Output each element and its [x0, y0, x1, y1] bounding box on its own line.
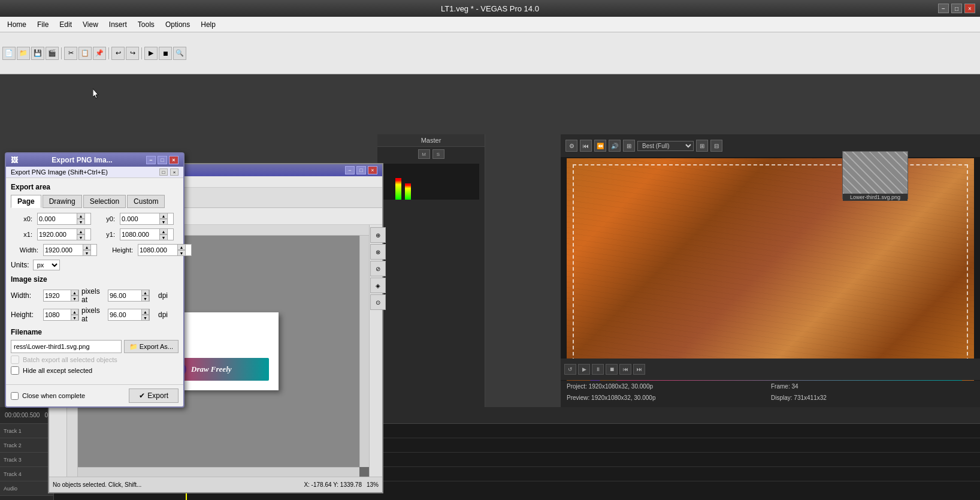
vegas-vol-btn[interactable]: 🔊 [609, 140, 621, 152]
export-dialog-restore[interactable]: □ [158, 156, 167, 164]
vegas-grid-btn[interactable]: ⊞ [696, 140, 708, 152]
width-input[interactable] [44, 245, 83, 255]
solo-btn[interactable]: S [432, 149, 444, 159]
img-height-input[interactable] [44, 309, 71, 320]
dpi-h-down[interactable]: ▼ [141, 315, 149, 321]
transport-stop[interactable]: ⏹ [606, 364, 618, 375]
tb-stop[interactable]: ⏹ [159, 47, 172, 60]
img-height-down[interactable]: ▼ [71, 315, 78, 321]
menu-insert[interactable]: Insert [104, 19, 132, 30]
y0-down[interactable]: ▼ [159, 219, 168, 225]
ink-right-tool-3[interactable]: ⊘ [370, 261, 386, 276]
transport-loop[interactable]: ↺ [564, 364, 576, 375]
dpi-w-up[interactable]: ▲ [141, 290, 149, 296]
vegas-expand-btn[interactable]: ⊞ [623, 140, 635, 152]
close-when-complete-checkbox[interactable] [11, 392, 19, 400]
ink-right-tool-1[interactable]: ⊕ [370, 227, 386, 243]
minimize-btn[interactable]: − [938, 4, 949, 13]
tb-undo[interactable]: ↩ [111, 47, 125, 60]
y0-up[interactable]: ▲ [159, 213, 168, 219]
maximize-btn[interactable]: □ [951, 4, 962, 13]
menu-tools[interactable]: Tools [133, 19, 159, 30]
vegas-prev-btn[interactable]: ⏮ [580, 140, 592, 152]
dpi-w-down[interactable]: ▼ [141, 296, 149, 302]
batch-export-checkbox[interactable] [11, 356, 19, 364]
height-down[interactable]: ▼ [177, 250, 186, 256]
units-select[interactable]: px mm in [33, 260, 60, 270]
dpi-h-up[interactable]: ▲ [141, 309, 149, 315]
transport-play[interactable]: ▶ [578, 364, 590, 375]
tb-redo[interactable]: ↪ [126, 47, 139, 60]
subtitle-btn-1[interactable]: □ [159, 168, 168, 176]
tb-play[interactable]: ▶ [144, 47, 158, 60]
vegas-snap-btn[interactable]: ⊟ [710, 140, 722, 152]
img-height-dpi-input[interactable] [108, 309, 141, 320]
close-btn[interactable]: × [964, 4, 975, 13]
y1-up[interactable]: ▲ [159, 228, 168, 234]
width-down[interactable]: ▼ [83, 250, 91, 256]
menu-file[interactable]: File [32, 19, 53, 30]
menu-home[interactable]: Home [2, 19, 31, 30]
menu-help[interactable]: Help [196, 19, 220, 30]
tb-render[interactable]: 🎬 [46, 47, 59, 60]
x0-input[interactable] [38, 213, 77, 224]
tab-drawing[interactable]: Drawing [43, 195, 82, 208]
tab-page[interactable]: Page [11, 195, 41, 208]
img-height-unit: pixels at [81, 306, 105, 323]
tab-custom[interactable]: Custom [127, 195, 165, 208]
scrollbar-vertical[interactable] [359, 236, 369, 467]
y0-input[interactable] [120, 213, 159, 224]
menu-options[interactable]: Options [161, 19, 195, 30]
x0-down[interactable]: ▼ [77, 219, 85, 225]
export-as-button[interactable]: 📁 Export As... [124, 340, 179, 353]
y1-down[interactable]: ▼ [159, 234, 168, 240]
ink-right-tool-5[interactable]: ⊙ [370, 294, 386, 310]
inkscape-maximize[interactable]: □ [356, 166, 366, 174]
mute-btn[interactable]: M [418, 149, 430, 159]
main-area: ⚙ ⏮ ⏪ 🔊 ⊞ Best (Full) Good (Half) Draft … [0, 74, 980, 500]
height-up[interactable]: ▲ [177, 244, 186, 250]
img-width-dpi-input[interactable] [108, 290, 141, 301]
vegas-quality-select[interactable]: Best (Full) Good (Half) Draft (Quarter) [637, 141, 694, 151]
img-width-down[interactable]: ▼ [71, 296, 78, 302]
x0-up[interactable]: ▲ [77, 213, 85, 219]
img-width-unit: pixels at [81, 287, 105, 304]
tb-cut[interactable]: ✂ [64, 47, 77, 60]
units-row: Units: px mm in [11, 260, 179, 270]
ink-right-tool-2[interactable]: ⊗ [370, 244, 386, 260]
width-up[interactable]: ▲ [83, 244, 91, 250]
img-width-up[interactable]: ▲ [71, 290, 78, 296]
inkscape-minimize[interactable]: − [345, 166, 355, 174]
subtitle-btn-2[interactable]: × [170, 168, 179, 176]
tb-new[interactable]: 📄 [2, 47, 16, 60]
tb-paste[interactable]: 📌 [93, 47, 106, 60]
hide-except-checkbox[interactable] [11, 366, 19, 375]
x1-up[interactable]: ▲ [77, 228, 85, 234]
export-button[interactable]: ✔ Export [129, 388, 179, 403]
export-dialog-close[interactable]: × [169, 156, 179, 164]
x1-input[interactable] [38, 229, 77, 240]
tb-sep3 [141, 47, 142, 59]
transport-next[interactable]: ⏭ [633, 364, 645, 375]
tab-selection[interactable]: Selection [83, 195, 126, 208]
tb-copy[interactable]: 📋 [78, 47, 92, 60]
menu-edit[interactable]: Edit [55, 19, 77, 30]
height-input[interactable] [138, 245, 177, 255]
tb-search[interactable]: 🔍 [173, 47, 186, 60]
tb-open[interactable]: 📁 [17, 47, 30, 60]
export-dialog-minimize[interactable]: − [146, 156, 156, 164]
inkscape-close[interactable]: × [368, 166, 377, 174]
x1-down[interactable]: ▼ [77, 234, 85, 240]
scrollbar-horizontal[interactable] [78, 467, 359, 477]
tb-save[interactable]: 💾 [31, 47, 44, 60]
ink-right-tool-4[interactable]: ◈ [370, 278, 386, 293]
img-width-input[interactable] [44, 290, 71, 301]
menu-view[interactable]: View [78, 19, 103, 30]
y1-input[interactable] [120, 229, 159, 240]
img-height-up[interactable]: ▲ [71, 309, 78, 315]
vegas-settings-btn[interactable]: ⚙ [565, 140, 577, 152]
transport-prev[interactable]: ⏮ [619, 364, 631, 375]
filename-input[interactable] [11, 340, 122, 353]
vegas-rewind-btn[interactable]: ⏪ [594, 140, 606, 152]
transport-pause[interactable]: ⏸ [592, 364, 604, 375]
